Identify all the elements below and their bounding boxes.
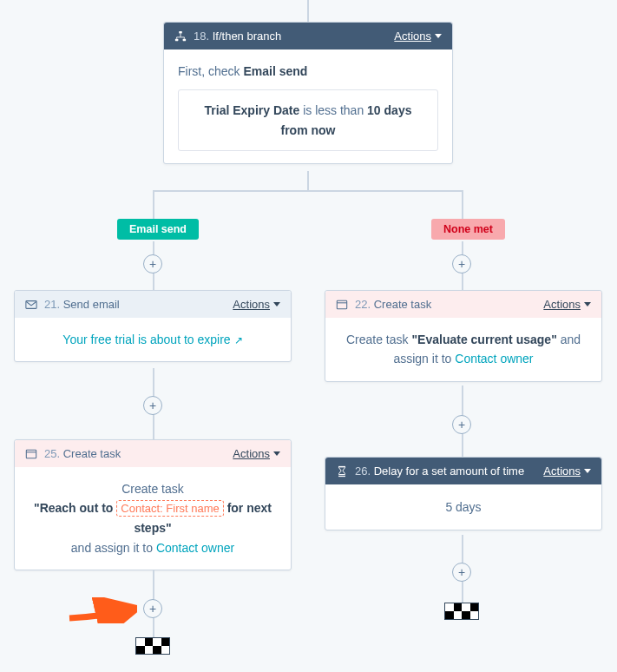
branch-card-body: First, check Email send Trial Expiry Dat… [164,49,452,163]
card-body: 5 days [325,484,601,530]
chevron-down-icon [273,451,280,456]
branch-label-none: None met [431,219,505,240]
card-body: Create task "Reach out to Contact: First… [15,467,291,570]
actions-dropdown[interactable]: Actions [394,30,442,43]
svg-rect-6 [26,450,36,458]
branch-card[interactable]: 18. If/then branch Actions First, check … [163,22,453,164]
svg-rect-4 [337,300,346,309]
owner-link[interactable]: Contact owner [156,541,234,555]
card-title: 21. Send email [44,298,120,311]
external-link-icon: ↗ [234,334,243,346]
sitemap-icon [174,30,187,43]
add-step-button[interactable]: + [143,396,162,415]
create-task-card[interactable]: 22. Create task Actions Create task "Eva… [325,290,602,382]
annotation-arrow [68,597,137,623]
add-step-button[interactable]: + [452,563,471,582]
hourglass-icon [336,465,348,478]
owner-link[interactable]: Contact owner [455,352,533,366]
actions-dropdown[interactable]: Actions [233,447,280,460]
chevron-down-icon [584,469,591,473]
svg-rect-9 [338,475,345,476]
add-step-button[interactable]: + [143,599,162,618]
card-title: 26. Delay for a set amount of time [355,464,524,478]
add-step-button[interactable]: + [452,254,471,273]
chevron-down-icon [435,34,442,38]
finish-flag-icon [444,603,479,620]
card-header: 25. Create task Actions [15,440,291,467]
actions-dropdown[interactable]: Actions [543,464,591,478]
delay-card[interactable]: 26. Delay for a set amount of time Actio… [325,457,602,530]
card-header: 26. Delay for a set amount of time Actio… [325,458,601,484]
branch-label-match: Email send [117,219,199,240]
branch-card-header: 18. If/then branch Actions [164,23,452,49]
svg-rect-8 [338,465,345,466]
svg-rect-2 [183,38,187,41]
envelope-icon [25,299,37,311]
actions-dropdown[interactable]: Actions [543,298,591,311]
branch-card-title: 18. If/then branch [194,30,281,43]
card-body: Your free trial is about to expire↗ [15,318,291,361]
add-step-button[interactable]: + [452,415,471,434]
card-header: 21. Send email Actions [15,291,291,318]
chevron-down-icon [273,302,280,306]
email-link[interactable]: Your free trial is about to expire↗ [62,333,242,346]
actions-dropdown[interactable]: Actions [233,298,280,311]
send-email-card[interactable]: 21. Send email Actions Your free trial i… [14,290,292,362]
merge-token[interactable]: Contact: First name [116,500,223,517]
add-step-button[interactable]: + [143,254,162,273]
finish-flag-icon [135,637,170,655]
window-icon [25,448,37,460]
window-icon [336,299,348,311]
svg-rect-1 [175,38,179,41]
card-title: 22. Create task [355,298,431,311]
card-title: 25. Create task [44,447,121,460]
condition-box: Trial Expiry Date is less than 10 days f… [178,89,438,151]
create-task-card-25[interactable]: 25. Create task Actions Create task "Rea… [14,439,292,570]
card-header: 22. Create task Actions [325,291,601,318]
card-body: Create task "Evaluate current usage" and… [325,318,601,381]
svg-rect-0 [179,30,182,33]
chevron-down-icon [584,302,591,306]
